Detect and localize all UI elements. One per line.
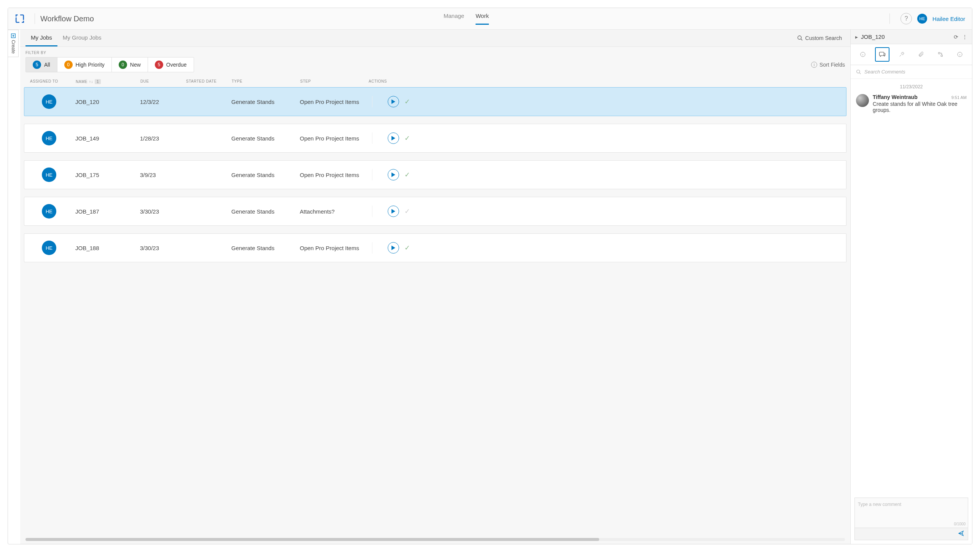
refresh-icon[interactable]: ⟳ xyxy=(954,34,958,40)
app-header: Workflow Demo Manage Work ? HE Hailee Ed… xyxy=(8,8,972,30)
nav-manage[interactable]: Manage xyxy=(444,13,464,25)
col-name-label: NAME xyxy=(76,80,88,84)
nav-work[interactable]: Work xyxy=(476,13,489,25)
job-due: 12/3/22 xyxy=(140,99,186,105)
comment-input-placeholder: Type a new comment xyxy=(858,502,901,507)
job-actions: ✓ xyxy=(372,206,840,217)
nav-center: Manage Work xyxy=(444,13,535,25)
custom-search[interactable]: Custom Search xyxy=(794,32,845,44)
sort-asc-icon: ↑↓ xyxy=(89,80,93,84)
svg-point-1 xyxy=(798,36,801,39)
more-icon[interactable]: ⋮ xyxy=(962,34,967,40)
job-actions: ✓ xyxy=(372,96,840,107)
filter-pills: 5 All 0 High Priority 0 New 5 Overdue xyxy=(25,57,194,72)
filter-overdue[interactable]: 5 Overdue xyxy=(148,57,194,72)
detail-tab-diagram[interactable] xyxy=(933,47,948,62)
horizontal-scrollbar[interactable] xyxy=(25,538,845,541)
custom-search-label: Custom Search xyxy=(805,35,842,41)
job-name: JOB_187 xyxy=(75,208,140,215)
job-avatar: HE xyxy=(42,168,56,182)
user-avatar[interactable]: HE xyxy=(917,14,927,24)
app-logo-icon xyxy=(15,14,25,24)
header-divider-right xyxy=(889,13,890,24)
detail-tab-comments[interactable] xyxy=(875,47,889,62)
job-actions: ✓ xyxy=(372,242,840,254)
table-header: ASSIGNED TO NAME ↑↓ 1 DUE STARTED DATE T… xyxy=(20,76,850,87)
job-due: 1/28/23 xyxy=(140,135,186,142)
info-icon: i xyxy=(811,62,817,68)
jobs-list: HE JOB_120 12/3/22 Generate Stands Open … xyxy=(20,87,850,535)
detail-tab-attachments[interactable] xyxy=(914,47,928,62)
job-type: Generate Stands xyxy=(231,99,300,105)
job-name: JOB_188 xyxy=(75,245,140,251)
detail-tab-info[interactable] xyxy=(856,47,870,62)
job-row[interactable]: HE JOB_187 3/30/23 Generate Stands Attac… xyxy=(24,197,846,226)
tab-my-jobs[interactable]: My Jobs xyxy=(25,30,57,46)
job-step: Open Pro Project Items xyxy=(300,99,368,105)
col-type[interactable]: TYPE xyxy=(232,79,300,84)
detail-tab-properties[interactable] xyxy=(894,47,909,62)
job-avatar: HE xyxy=(42,204,56,219)
job-avatar: HE xyxy=(42,241,56,255)
send-icon[interactable] xyxy=(958,530,964,536)
job-row[interactable]: HE JOB_188 3/30/23 Generate Stands Open … xyxy=(24,233,846,262)
comment-time: 9:51 AM xyxy=(951,95,967,100)
date-divider: 11/23/2022 xyxy=(851,79,972,94)
search-comments[interactable]: Search Comments xyxy=(851,65,972,79)
run-button[interactable] xyxy=(388,206,399,217)
filter-all-label: All xyxy=(44,62,50,68)
job-row[interactable]: HE JOB_149 1/28/23 Generate Stands Open … xyxy=(24,124,846,153)
create-tab-label: Create xyxy=(11,40,16,54)
job-name: JOB_175 xyxy=(75,172,140,178)
comment-text: Create stands for all White Oak tree gro… xyxy=(873,101,967,113)
filter-new-label: New xyxy=(130,62,141,68)
sort-fields[interactable]: i Sort Fields xyxy=(811,62,845,68)
header-divider xyxy=(35,13,35,24)
user-name[interactable]: Hailee Editor xyxy=(932,16,965,22)
scrollbar-thumb[interactable] xyxy=(25,538,599,541)
run-button[interactable] xyxy=(388,169,399,180)
job-step: Open Pro Project Items xyxy=(300,245,368,251)
col-step[interactable]: STEP xyxy=(300,79,369,84)
complete-check-icon[interactable]: ✓ xyxy=(404,134,410,142)
col-started[interactable]: STARTED DATE xyxy=(186,79,232,84)
filter-overdue-count: 5 xyxy=(155,61,163,69)
job-actions: ✓ xyxy=(372,169,840,180)
comment-avatar xyxy=(856,94,869,107)
col-name[interactable]: NAME ↑↓ 1 xyxy=(76,79,140,84)
job-step: Open Pro Project Items xyxy=(300,172,368,178)
detail-tabs xyxy=(851,44,972,65)
complete-check-icon[interactable]: ✓ xyxy=(404,97,410,106)
job-row[interactable]: HE JOB_120 12/3/22 Generate Stands Open … xyxy=(24,87,846,116)
complete-check-icon[interactable]: ✓ xyxy=(404,207,410,215)
job-name: JOB_149 xyxy=(75,135,140,142)
run-button[interactable] xyxy=(388,132,399,144)
job-avatar: HE xyxy=(42,131,56,145)
job-step: Open Pro Project Items xyxy=(300,135,368,142)
col-due[interactable]: DUE xyxy=(140,79,186,84)
complete-check-icon[interactable]: ✓ xyxy=(404,171,410,179)
run-button[interactable] xyxy=(388,242,399,254)
job-type: Generate Stands xyxy=(231,172,300,178)
filter-all[interactable]: 5 All xyxy=(26,57,57,72)
complete-check-icon[interactable]: ✓ xyxy=(404,244,410,252)
job-row[interactable]: HE JOB_175 3/9/23 Generate Stands Open P… xyxy=(24,160,846,189)
tab-my-group-jobs[interactable]: My Group Jobs xyxy=(57,30,107,46)
collapse-chevron-icon[interactable]: ▸ xyxy=(855,34,858,40)
app-title: Workflow Demo xyxy=(40,14,94,23)
detail-tab-history[interactable] xyxy=(953,47,967,62)
create-tab[interactable]: Create xyxy=(8,30,19,57)
sort-fields-label: Sort Fields xyxy=(819,62,845,68)
char-count: 0/1000 xyxy=(954,522,966,526)
detail-header: ▸ JOB_120 ⟳ ⋮ xyxy=(851,30,972,44)
filter-new[interactable]: 0 New xyxy=(112,57,148,72)
col-assigned[interactable]: ASSIGNED TO xyxy=(30,79,76,84)
job-step: Attachments? xyxy=(300,208,368,215)
comment-item: Tiffany Weintraub 9:51 AM Create stands … xyxy=(851,94,972,118)
help-icon[interactable]: ? xyxy=(900,13,912,24)
filter-row: 5 All 0 High Priority 0 New 5 Overdue xyxy=(20,57,850,76)
run-button[interactable] xyxy=(388,96,399,107)
filter-high-priority[interactable]: 0 High Priority xyxy=(57,57,112,72)
header-right: ? HE Hailee Editor xyxy=(884,13,965,24)
comment-input[interactable]: Type a new comment 0/1000 xyxy=(854,498,968,528)
